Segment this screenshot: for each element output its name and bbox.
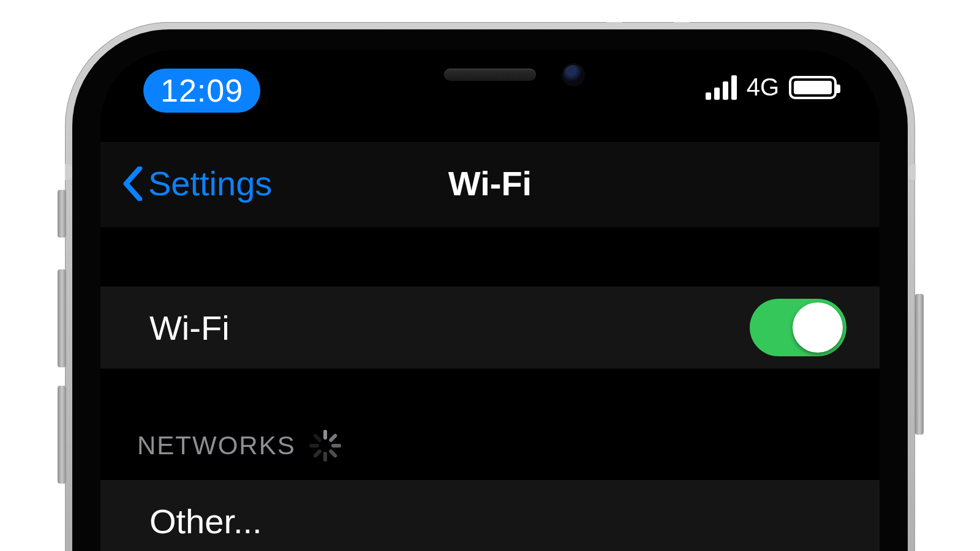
earpiece-speaker — [444, 69, 536, 81]
volume-up-button — [58, 269, 66, 367]
battery-icon — [789, 76, 837, 99]
device-frame: 12:09 4G — [65, 22, 915, 551]
networks-header-label: NETWORKS — [137, 431, 296, 460]
navigation-bar: Settings Wi-Fi — [100, 142, 880, 228]
battery-fill — [794, 81, 832, 94]
screen: 12:09 4G — [100, 50, 880, 551]
status-indicators: 4G — [706, 73, 837, 101]
other-network-row[interactable]: Other... — [100, 480, 880, 551]
wifi-row-label: Wi-Fi — [149, 308, 230, 348]
other-network-label: Other... — [149, 501, 262, 541]
antenna-line — [908, 164, 916, 180]
antenna-line — [606, 22, 622, 29]
switch-knob — [793, 302, 843, 353]
antenna-line — [65, 164, 72, 180]
wifi-toggle-row[interactable]: Wi-Fi — [100, 287, 880, 369]
content-area: Wi-Fi NETWORKS Other... — [100, 228, 880, 551]
antenna-line — [674, 22, 690, 29]
loading-spinner-icon — [309, 430, 341, 462]
status-time-pill[interactable]: 12:09 — [143, 69, 260, 113]
viewport: 12:09 4G — [0, 0, 980, 551]
volume-down-button — [58, 386, 66, 484]
side-power-button — [915, 294, 924, 435]
wifi-switch[interactable] — [750, 299, 846, 356]
status-time-text: 12:09 — [160, 73, 243, 108]
page-title: Wi-Fi — [100, 163, 880, 203]
networks-section-header: NETWORKS — [137, 430, 880, 462]
display-notch — [325, 50, 655, 98]
cellular-signal-icon — [706, 75, 737, 100]
ring-silent-switch — [58, 190, 66, 238]
network-type-label: 4G — [747, 73, 779, 101]
front-camera — [564, 65, 583, 84]
device-bezel: 12:09 4G — [72, 29, 908, 551]
